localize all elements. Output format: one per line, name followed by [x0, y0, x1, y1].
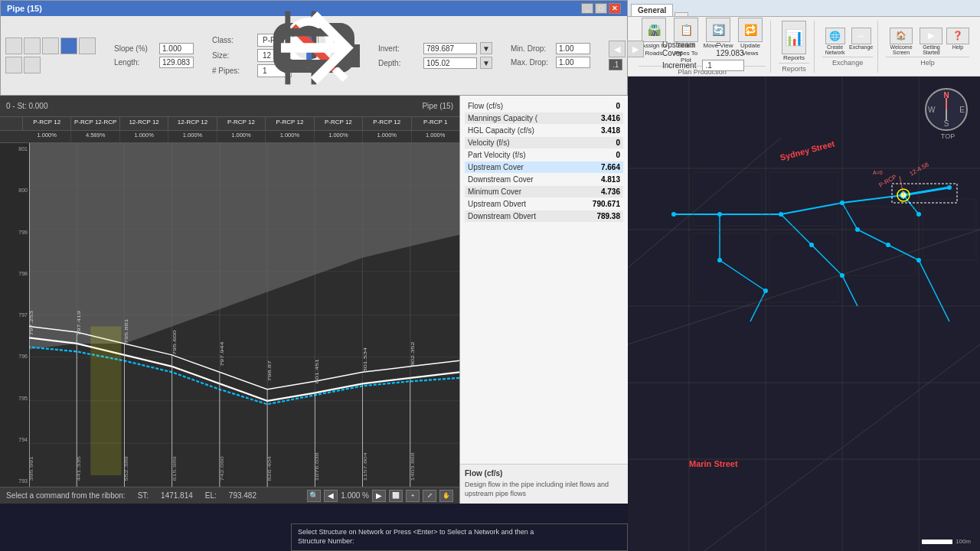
- bottom-tooltip: Select Structure on Network or Press <En…: [291, 523, 628, 551]
- slope-labels-row: 1.000% 4.589% 1.000% 1.000% 1.000% 1.000…: [0, 131, 459, 143]
- tooltip-line1: Select Structure on Network or Press <En…: [298, 528, 534, 537]
- svg-point-95: [916, 258, 921, 262]
- profile-arrow-icon[interactable]: [337, 44, 360, 67]
- svg-text:795.600: 795.600: [172, 331, 177, 355]
- zoom-controls: 🔍 ◀ 1.000 % ▶ ⬜ + ⤢ ✋: [307, 490, 453, 502]
- cad-map[interactable]: P-RCP 12-4.58 Sydney Street Marin Street…: [628, 77, 980, 551]
- v-label-3: 799: [2, 230, 28, 235]
- profile-header-left: 0 - St: 0.000: [6, 102, 47, 110]
- svg-text:395.991: 395.991: [29, 456, 34, 481]
- upstream-section: Upstream Cover = 129.083 Increment: [662, 41, 744, 71]
- compass-container: N S W E TOP: [925, 88, 971, 145]
- compass-w: W: [928, 106, 935, 114]
- svg-text:1076.038: 1076.038: [315, 452, 320, 481]
- info-row-downstream-cover: Downstream Cover 4.813: [465, 174, 623, 185]
- svg-text:826.404: 826.404: [267, 455, 273, 481]
- info-row-flow: Flow (cf/s) 0: [465, 100, 623, 112]
- create-network-button[interactable]: 🌐 Create Network: [822, 28, 848, 55]
- zoom-out-button[interactable]: 🔍: [307, 490, 321, 502]
- scale-indicator: 100m: [922, 538, 971, 545]
- profile-status-bar: Select a command from the ribbon: ST: 14…: [0, 487, 459, 504]
- slope-labels: 1.000% 4.589% 1.000% 1.000% 1.000% 1.000…: [23, 131, 459, 142]
- svg-text:802.352: 802.352: [410, 341, 415, 366]
- zoom-fit-button[interactable]: ⬜: [389, 490, 403, 502]
- info-row-upstream-cover: Upstream Cover 7.664: [465, 161, 623, 173]
- reports-button[interactable]: 📊 Reports: [779, 21, 809, 61]
- profile-header-right: Pipe (15): [422, 102, 453, 110]
- tooltip-content: Select Structure on Network or Press <En…: [298, 528, 534, 546]
- scale-bar: [922, 540, 952, 544]
- v-label-1: 801: [2, 146, 28, 152]
- pipe-labels: P-RCP 12 P-RCP 12-RCP 12-RCP 12 12-RCP 1…: [23, 117, 459, 130]
- next-pipe-button[interactable]: ▶: [627, 41, 644, 57]
- tab-general[interactable]: General: [631, 4, 673, 16]
- zoom-in-button[interactable]: +: [406, 490, 420, 502]
- info-row-min-cover: Minimum Cover 4.736: [465, 186, 623, 197]
- el-value: 793.482: [229, 491, 256, 500]
- info-row-part-velocity: Part Velocity (f/s) 0: [465, 149, 623, 161]
- compass: N S W E: [925, 88, 968, 131]
- slope-6: 1.000%: [266, 131, 314, 142]
- exchange-button[interactable]: ↔️ Exchange: [849, 28, 873, 55]
- tab-extra[interactable]: [675, 12, 688, 16]
- part-velocity-label: Part Velocity (f/s): [468, 151, 526, 159]
- pan-left-button[interactable]: ◀: [324, 490, 338, 502]
- v-label-5: 797: [2, 312, 28, 318]
- svg-text:A=0: A=0: [873, 170, 883, 175]
- pipe-label-6: P-RCP 12: [266, 117, 314, 130]
- svg-point-94: [886, 243, 890, 247]
- help-button[interactable]: ❓ Help: [946, 28, 969, 55]
- svg-text:797.944: 797.944: [219, 341, 224, 367]
- pan-right-button[interactable]: ▶: [372, 490, 386, 502]
- footer-title: Flow (cf/s): [465, 469, 623, 478]
- velocity-value: 0: [616, 139, 620, 147]
- v-label-4: 798: [2, 271, 28, 276]
- help-group: 🏠 Welcome Screen ▶ Getting Started ❓ Hel…: [881, 21, 974, 73]
- svg-point-88: [947, 185, 952, 190]
- profile-svg-container: 797.253 797.419 795.881 795.600 797.944 …: [29, 143, 459, 487]
- help-label: Help: [886, 57, 969, 67]
- info-row-velocity: Velocity (f/s) 0: [465, 137, 623, 148]
- upstream-cover-info-value: 7.664: [601, 163, 620, 171]
- v-label-2: 800: [2, 187, 28, 193]
- flow-value: 0: [616, 102, 620, 110]
- svg-text:552.389: 552.389: [124, 456, 129, 481]
- svg-text:742.060: 742.060: [219, 456, 224, 481]
- exchange-buttons: 🌐 Create Network ↔️ Exchange: [822, 28, 873, 55]
- svg-text:798.87: 798.87: [267, 360, 273, 381]
- st-value: 1471.814: [161, 491, 193, 500]
- svg-point-86: [840, 201, 844, 205]
- upstream-cover-label: Upstream Cover: [662, 41, 708, 57]
- zoom-extent-button[interactable]: ⤢: [423, 490, 436, 502]
- upstream-cover-row: Upstream Cover = 129.083: [662, 41, 744, 57]
- upstream-obvert-label: Upstream Obvert: [468, 200, 526, 208]
- slope-7: 1.000%: [315, 131, 363, 142]
- min-cover-value: 4.736: [601, 187, 620, 196]
- slope-2: 4.589%: [71, 131, 119, 142]
- pipe-labels-row: P-RCP 12 P-RCP 12-RCP 12-RCP 12 12-RCP 1…: [0, 117, 459, 131]
- zoom-pan-button[interactable]: ✋: [439, 490, 453, 502]
- pipe-label-5: P-RCP 12: [217, 117, 266, 130]
- profile-svg: 797.253 797.419 795.881 795.600 797.944 …: [29, 143, 459, 487]
- slope-8: 1.000%: [363, 131, 411, 142]
- downstream-obvert-value: 789.38: [596, 212, 620, 220]
- zoom-value: 1.000 %: [341, 491, 369, 500]
- svg-point-92: [840, 273, 844, 278]
- welcome-screen-button[interactable]: 🏠 Welcome Screen: [886, 28, 916, 55]
- getting-started-button[interactable]: ▶ Getting Started: [918, 28, 945, 55]
- pipe-label-4: 12-RCP 12: [168, 117, 217, 130]
- svg-text:1403.868: 1403.868: [410, 452, 415, 481]
- increment-input[interactable]: [702, 60, 744, 71]
- info-row-downstream-obvert: Downstream Obvert 789.38: [465, 210, 623, 222]
- upstream-cover-info-label: Upstream Cover: [468, 163, 524, 171]
- empty-slope: [0, 131, 23, 142]
- info-row-upstream-obvert: Upstream Obvert 790.671: [465, 198, 623, 210]
- downstream-cover-value: 4.813: [601, 175, 620, 184]
- reports-label: Reports: [779, 63, 809, 73]
- exchange-label: Exchange: [822, 57, 873, 67]
- empty-header: [0, 117, 23, 130]
- cad-ribbon-tabs: General: [628, 0, 980, 17]
- pipe-label-9: P-RCP 1: [412, 117, 459, 130]
- pipe-dialog-body: + Slope (%) Length:: [1, 16, 627, 95]
- slope-1: 1.000%: [23, 131, 71, 142]
